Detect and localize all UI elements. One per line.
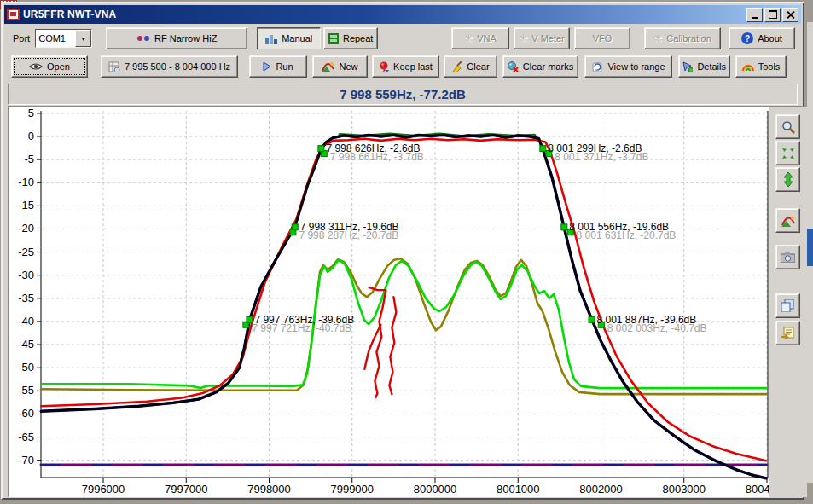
keep-last-button[interactable]: Keep last xyxy=(372,55,439,78)
minimize-button[interactable] xyxy=(746,8,763,22)
magnifier-icon xyxy=(781,120,795,134)
range-button[interactable]: 7 995 500 - 8 004 000 Hz xyxy=(101,55,238,78)
marker-square xyxy=(247,316,253,322)
x-tick-label: 7998000 xyxy=(247,483,291,495)
y-tick-label: -50 xyxy=(18,361,34,374)
vertical-arrows-icon xyxy=(783,172,793,187)
broom-icon xyxy=(451,61,462,72)
view-to-range-button[interactable]: View to range xyxy=(584,55,672,78)
balloon-x-icon xyxy=(508,61,519,72)
zoom-button[interactable] xyxy=(775,114,800,139)
about-button[interactable]: ? About xyxy=(729,27,795,49)
marker-label: 7 998 311Hz, -19.6dB xyxy=(300,221,399,233)
x-tick-label: 7997000 xyxy=(165,483,208,495)
rainbow-icon xyxy=(742,62,754,72)
range-grid-icon xyxy=(108,61,120,72)
app-window: UR5FFR NWT-VNA Port COM1 ▼ RF Narrow HiZ… xyxy=(1,2,804,500)
marker-label: 8 001 556Hz, -19.6dB xyxy=(569,221,669,233)
y-tick-label: -60 xyxy=(18,407,34,420)
port-select[interactable]: COM1 ▼ xyxy=(35,29,92,48)
maximize-icon xyxy=(769,10,777,19)
chart-refresh-button[interactable] xyxy=(775,208,800,233)
clear-marks-button[interactable]: Clear marks xyxy=(502,55,578,78)
new-chart-icon xyxy=(322,61,334,72)
cursor-detail-icon xyxy=(682,61,693,72)
maximize-button[interactable] xyxy=(764,8,781,22)
y-tick-label: -45 xyxy=(18,338,34,350)
fit-vertical-button[interactable] xyxy=(775,167,800,192)
new-button[interactable]: New xyxy=(312,55,368,78)
run-button[interactable]: Run xyxy=(249,55,307,78)
four-arrows-icon xyxy=(781,147,795,160)
view-range-hand-icon xyxy=(591,61,603,72)
trace-glitch-red-2 xyxy=(389,297,396,394)
manual-button[interactable]: Manual xyxy=(257,27,321,49)
export-button[interactable] xyxy=(775,321,800,345)
repeat-film-icon xyxy=(328,33,339,44)
fit-all-button[interactable] xyxy=(775,141,800,165)
sweep-chart[interactable]: 50-5-10-15-20-25-30-35-40-45-50-55-60-65… xyxy=(9,107,769,497)
background-scrollbar-thumb xyxy=(806,229,813,266)
profile-button[interactable]: RF Narrow HiZ xyxy=(106,27,247,49)
details-button[interactable]: Details xyxy=(678,55,730,78)
marker-square xyxy=(292,224,298,230)
y-tick-label: -55 xyxy=(18,384,34,397)
bar-chart-icon xyxy=(265,33,277,44)
side-toolbar xyxy=(774,107,807,497)
y-tick-label: -40 xyxy=(18,315,34,327)
toolbar-row-1: Port COM1 ▼ RF Narrow HiZ Manual Repeat … xyxy=(11,27,795,49)
y-tick-label: 0 xyxy=(28,130,34,142)
app-icon xyxy=(7,9,20,20)
chart-plot[interactable]: 50-5-10-15-20-25-30-35-40-45-50-55-60-65… xyxy=(9,107,769,497)
port-label: Port xyxy=(13,33,30,43)
gear-icon: ✳ xyxy=(464,32,473,44)
y-tick-label: -25 xyxy=(18,246,34,258)
vna-button: ✳ VNA xyxy=(451,27,509,49)
chart-mountain-icon xyxy=(781,215,795,227)
y-tick-label: -70 xyxy=(18,454,34,466)
vmeter-button: ✳ V Meter xyxy=(514,27,570,49)
marker-label: 7 998 626Hz, -2.6dB xyxy=(326,142,420,154)
minimize-icon xyxy=(752,17,758,19)
play-icon xyxy=(263,61,271,72)
marker-label: 8 001 887Hz, -39.6dB xyxy=(597,314,697,326)
x-tick-label: 8001000 xyxy=(497,483,540,495)
open-button[interactable]: Open xyxy=(11,55,88,78)
y-tick-label: -30 xyxy=(18,269,34,281)
x-tick-label: 8004000 xyxy=(746,483,769,495)
marker-square xyxy=(589,316,595,322)
screenshot-button[interactable] xyxy=(775,245,800,269)
port-value: COM1 xyxy=(36,33,75,43)
gear-icon: ✳ xyxy=(519,32,527,44)
chevron-down-icon: ▼ xyxy=(80,36,86,42)
tools-button[interactable]: Tools xyxy=(735,55,787,78)
copy-sheets-icon xyxy=(781,299,794,312)
y-tick-label: -10 xyxy=(18,176,34,188)
copy-button[interactable] xyxy=(775,293,800,318)
port-dropdown-button[interactable]: ▼ xyxy=(75,30,91,47)
x-tick-label: 8000000 xyxy=(414,483,457,495)
eye-icon xyxy=(29,62,43,71)
y-tick-label: -20 xyxy=(18,222,34,235)
pin-icon xyxy=(379,61,389,72)
desktop: { "window": { "title": "UR5FFR NWT-VNA" … xyxy=(0,0,813,504)
trace-s21-black xyxy=(41,135,766,478)
vfo-button: VFO xyxy=(574,27,630,49)
profile-dots-icon xyxy=(136,34,150,43)
close-button[interactable] xyxy=(782,8,798,22)
title-bar[interactable]: UR5FFR NWT-VNA xyxy=(4,5,801,24)
close-icon xyxy=(787,11,794,19)
repeat-button[interactable]: Repeat xyxy=(323,27,378,49)
y-tick-label: -35 xyxy=(18,292,34,304)
clear-button[interactable]: Clear xyxy=(444,55,497,78)
y-tick-label: -5 xyxy=(24,153,34,165)
trace-s21-red xyxy=(41,139,766,461)
marker-label: 7 997 763Hz, -39.6dB xyxy=(254,314,354,326)
marker-square xyxy=(318,146,324,152)
window-title: UR5FFR NWT-VNA xyxy=(23,9,745,20)
y-tick-label: 5 xyxy=(28,107,34,119)
x-tick-label: 7996000 xyxy=(82,483,125,495)
y-tick-label: -15 xyxy=(18,199,34,211)
help-icon: ? xyxy=(741,32,753,44)
gear-icon: ✳ xyxy=(653,32,662,44)
